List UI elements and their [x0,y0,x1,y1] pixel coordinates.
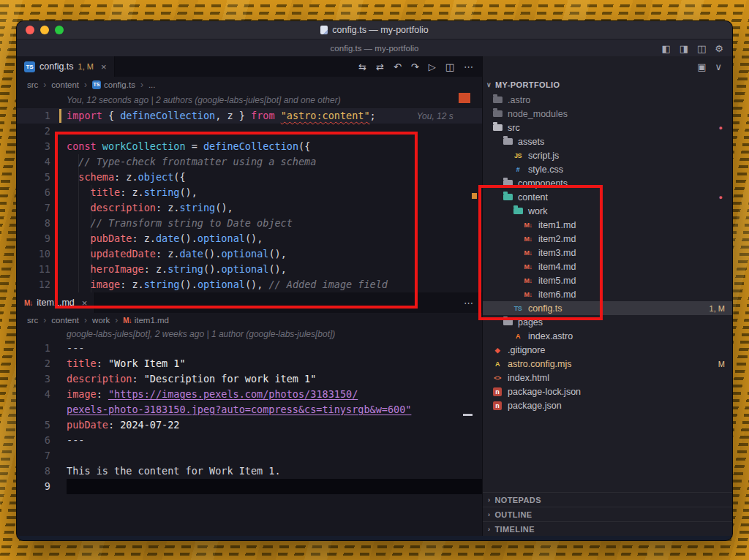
line-content[interactable]: pubDate: 2024-07-22 [67,417,482,433]
code-line[interactable]: 2title: "Work Item 1" [17,356,482,371]
tab-item1-md[interactable]: M↓ item1.md × [17,292,95,313]
code-line[interactable]: 5pubDate: 2024-07-22 [17,417,482,433]
tree-item-node-modules[interactable]: node_modules [483,107,732,121]
tab-close-icon[interactable]: × [82,298,88,309]
code-line[interactable]: 8 // Transform string to Date object [17,216,482,231]
tree-item-style-css[interactable]: #style.css [483,162,732,176]
breadcrumb-content[interactable]: content [51,80,79,89]
tree-item-src[interactable]: src● [483,121,732,135]
tree-item-item5-md[interactable]: M↓item5.md [483,273,732,287]
line-content[interactable]: heroImage: z.string().optional(), [67,262,482,277]
breadcrumb-item1-md[interactable]: M↓item1.md [123,316,169,325]
code-line[interactable]: 4image: "https://images.pexels.com/photo… [17,387,482,402]
line-number[interactable]: 2 [17,124,67,139]
line-content[interactable]: description: "Description for work item … [67,371,482,387]
open-changes-icon[interactable]: ⇄ [376,61,384,72]
explorer-section-header[interactable]: ∨ MY-PORTFOLIO [483,77,732,93]
code-line[interactable]: 9 pubDate: z.date().optional(), [17,231,482,246]
code-line[interactable]: 2 [17,124,482,139]
line-number[interactable]: 9 [17,479,67,494]
line-number[interactable] [17,402,67,417]
code-line[interactable]: 8This is the content for Work Item 1. [17,463,482,479]
toggle-panel-icon[interactable]: ◧ [661,43,670,54]
tree-item-item3-md[interactable]: M↓item3.md [483,246,732,260]
copy-icon[interactable]: ▣ [697,61,706,72]
line-number[interactable]: 6 [17,185,67,200]
code-line[interactable]: 5 schema: z.object({ [17,170,482,185]
line-content[interactable]: // Type-check frontmatter using a schema [67,154,482,170]
vscode-titlebar[interactable]: config.ts — my-portfolio ◧◨◫⚙ [17,39,732,58]
tree-item-item2-md[interactable]: M↓item2.md [483,232,732,246]
code-area-item1-md[interactable]: 1---2title: "Work Item 1"3description: "… [17,341,482,494]
tree-item-astro-config-mjs[interactable]: Aastro.config.mjsM [483,357,732,371]
tree-item-index-astro[interactable]: Aindex.astro [483,329,732,343]
toggle-secondary-sidebar-icon[interactable]: ◨ [680,43,688,54]
line-content[interactable]: pexels-photo-3183150.jpeg?auto=compress&… [67,402,482,417]
line-number[interactable]: 1 [17,341,67,356]
line-content[interactable]: --- [67,341,482,356]
code-line[interactable]: 7 description: z.string(), [17,200,482,216]
line-number[interactable]: 5 [17,417,67,433]
tree-item-index-html[interactable]: <>index.html [483,371,732,385]
line-number[interactable]: 3 [17,371,67,387]
tree-item-assets[interactable]: assets [483,135,732,148]
line-number[interactable]: 4 [17,387,67,402]
next-change-icon[interactable]: ↷ [411,61,419,72]
code-line[interactable]: 3const workCollection = defineCollection… [17,139,482,154]
customize-layout-icon[interactable]: ◫ [697,43,706,54]
line-content[interactable] [67,479,482,494]
line-number[interactable]: 9 [17,231,67,246]
code-line[interactable]: 1--- [17,341,482,356]
code-line[interactable]: 11 heroImage: z.string().optional(), [17,262,482,277]
command-center-title[interactable]: config.ts — my-portfolio [331,44,419,53]
macos-titlebar[interactable]: config.ts — my-portfolio [17,21,732,39]
line-number[interactable]: 7 [17,200,67,216]
code-line[interactable]: 7 [17,448,482,463]
line-content[interactable]: const workCollection = defineCollection(… [67,139,482,154]
section-timeline[interactable]: ›TIMELINE [483,521,732,536]
tree-item-config-ts[interactable]: TSconfig.ts1, M [483,301,732,315]
line-number[interactable]: 11 [17,262,67,277]
line-number[interactable]: 7 [17,448,67,463]
run-file-icon[interactable]: ▷ [429,61,436,72]
tree-item-components[interactable]: components [483,176,732,190]
tree-item-package-lock-json[interactable]: npackage-lock.json [483,385,732,398]
code-line[interactable]: pexels-photo-3183150.jpeg?auto=compress&… [17,402,482,417]
line-content[interactable]: schema: z.object({ [67,170,482,185]
line-number[interactable]: 3 [17,139,67,154]
more-actions-icon[interactable]: ⋯ [464,61,473,72]
line-content[interactable]: image: "https://images.pexels.com/photos… [67,387,482,402]
breadcrumb-content[interactable]: content [51,316,79,325]
breadcrumb-[interactable]: ... [148,80,156,89]
settings-gear-icon[interactable]: ⚙ [715,43,723,54]
tree-item-item4-md[interactable]: M↓item4.md [483,260,732,273]
line-number[interactable]: 10 [17,246,67,262]
code-line[interactable]: 6--- [17,433,482,448]
line-number[interactable]: 2 [17,356,67,371]
breadcrumb-src[interactable]: src [27,80,38,89]
line-content[interactable]: pubDate: z.date().optional(), [67,231,482,246]
code-line[interactable]: 1import { defineCollection, z } from "as… [17,108,482,124]
tree-item-item6-md[interactable]: M↓item6.md [483,287,732,301]
breadcrumb-work[interactable]: work [92,316,110,325]
split-editor-icon[interactable]: ◫ [445,61,454,72]
code-line[interactable]: 12 image: z.string().optional(), // Adde… [17,277,482,292]
more-actions-icon[interactable]: ⋯ [464,298,473,309]
line-content[interactable] [67,124,482,139]
line-content[interactable]: description: z.string(), [67,200,482,216]
line-content[interactable]: This is the content for Work Item 1. [67,463,482,479]
line-content[interactable]: --- [67,433,482,448]
tree-item-item1-md[interactable]: M↓item1.md [483,218,732,232]
line-content[interactable] [67,448,482,463]
tab-config-ts[interactable]: TS config.ts 1, M × [17,56,115,77]
line-number[interactable]: 6 [17,433,67,448]
line-content[interactable]: import { defineCollection, z } from "ast… [67,108,482,124]
line-content[interactable]: title: "Work Item 1" [67,356,482,371]
line-number[interactable]: 4 [17,154,67,170]
line-number[interactable]: 8 [17,463,67,479]
line-content[interactable]: // Transform string to Date object [67,216,482,231]
line-content[interactable]: title: z.string(), [67,185,482,200]
code-line[interactable]: 6 title: z.string(), [17,185,482,200]
section-notepads[interactable]: ›NOTEPADS [483,492,732,507]
tree-item-content[interactable]: content● [483,190,732,204]
